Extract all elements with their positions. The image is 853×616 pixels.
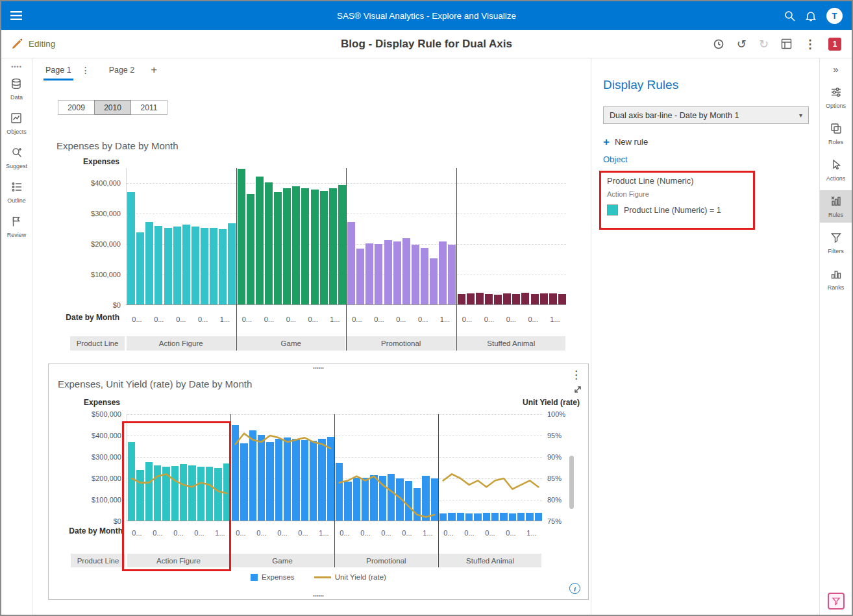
- sidebar-item-data[interactable]: Data: [10, 78, 23, 101]
- display-rule-item[interactable]: Product Line (Numeric) Action Figure Pro…: [603, 176, 809, 216]
- rail-grip-icon[interactable]: ••••: [11, 64, 22, 70]
- drag-handle-icon[interactable]: ••••••: [313, 593, 324, 598]
- object-section-link[interactable]: Object: [603, 154, 809, 164]
- refresh-icon[interactable]: [713, 38, 724, 50]
- rail-item-filters[interactable]: Filters: [820, 227, 852, 259]
- add-page-button[interactable]: +: [151, 64, 157, 77]
- bar[interactable]: [265, 182, 273, 304]
- info-icon[interactable]: i: [569, 583, 580, 594]
- bar[interactable]: [182, 225, 190, 304]
- bar[interactable]: [338, 185, 346, 304]
- y2-axis-tick: 95%: [547, 432, 577, 439]
- bar[interactable]: [164, 228, 172, 304]
- bar[interactable]: [467, 293, 475, 304]
- hamburger-menu-icon[interactable]: [10, 11, 22, 20]
- bar[interactable]: [283, 188, 291, 304]
- sidebar-item-objects[interactable]: Objects: [6, 112, 27, 135]
- alert-badge[interactable]: 1: [828, 38, 841, 51]
- bar[interactable]: [228, 223, 236, 304]
- bar[interactable]: [256, 177, 264, 304]
- object-selector-dropdown[interactable]: Dual axis bar-line - Date by Month 1 ▾: [603, 106, 809, 124]
- bar[interactable]: [402, 238, 410, 304]
- year-button-2009[interactable]: 2009: [58, 100, 95, 115]
- filter-indicator-icon[interactable]: [828, 593, 845, 610]
- bar[interactable]: [356, 249, 364, 304]
- sidebar-item-outline[interactable]: Outline: [7, 181, 26, 204]
- bar[interactable]: [393, 241, 401, 305]
- x-axis-tick: 0...: [348, 315, 366, 323]
- bar[interactable]: [458, 294, 465, 304]
- page-menu-kebab-icon[interactable]: ⋮: [80, 65, 92, 75]
- bar[interactable]: [329, 188, 337, 304]
- group-separator: [456, 168, 457, 351]
- bar[interactable]: [558, 294, 566, 304]
- chart-kebab-icon[interactable]: ⋮: [571, 368, 582, 382]
- bar[interactable]: [136, 232, 144, 304]
- bar[interactable]: [274, 192, 282, 304]
- bar[interactable]: [494, 295, 502, 305]
- rule-color-swatch[interactable]: [607, 204, 618, 216]
- bar[interactable]: [439, 241, 447, 305]
- sidebar-item-review[interactable]: Review: [7, 216, 27, 238]
- bar[interactable]: [320, 191, 328, 304]
- bar[interactable]: [375, 244, 382, 304]
- bar[interactable]: [192, 227, 199, 305]
- bar[interactable]: [549, 293, 557, 304]
- x-axis-tick: 0...: [232, 529, 250, 537]
- user-avatar[interactable]: T: [826, 8, 843, 24]
- edit-pencil-icon[interactable]: [10, 38, 23, 51]
- collapse-panel-icon[interactable]: »: [833, 64, 838, 75]
- bar[interactable]: [512, 294, 520, 304]
- year-button-2011[interactable]: 2011: [130, 100, 167, 115]
- group-band-cell: Promotional: [347, 336, 456, 351]
- bar[interactable]: [210, 228, 217, 304]
- canvas-scrollbar-thumb[interactable]: [569, 456, 574, 509]
- panel-title: Display Rules: [603, 78, 809, 92]
- chart-title: Expenses by Date by Month: [56, 140, 179, 151]
- bar[interactable]: [247, 194, 254, 304]
- kebab-menu-icon[interactable]: ⋮: [804, 38, 816, 50]
- rail-item-ranks[interactable]: Ranks: [820, 263, 852, 295]
- redo-icon[interactable]: ↻: [759, 38, 769, 50]
- undo-icon[interactable]: ↺: [737, 38, 747, 50]
- bar[interactable]: [384, 240, 392, 304]
- bar[interactable]: [365, 243, 373, 304]
- bar[interactable]: [127, 192, 135, 304]
- bar-chart-expenses[interactable]: Expenses by Date by Month Expenses Date …: [56, 138, 571, 356]
- bar[interactable]: [173, 227, 181, 304]
- save-icon[interactable]: [781, 38, 792, 49]
- bar[interactable]: [503, 293, 511, 304]
- bar[interactable]: [430, 258, 438, 304]
- drag-handle-icon[interactable]: ••••••: [313, 365, 324, 371]
- bar[interactable]: [238, 169, 245, 304]
- sidebar-item-suggest[interactable]: Suggest: [6, 147, 27, 169]
- bar[interactable]: [540, 293, 548, 304]
- bar[interactable]: [201, 228, 208, 304]
- rail-item-roles[interactable]: Roles: [820, 117, 852, 150]
- rail-item-options[interactable]: Options: [820, 81, 852, 114]
- bar[interactable]: [347, 222, 355, 304]
- bar[interactable]: [155, 226, 162, 304]
- bar[interactable]: [311, 190, 319, 304]
- bar[interactable]: [301, 188, 309, 304]
- notifications-bell-icon[interactable]: [806, 10, 816, 21]
- bar[interactable]: [292, 186, 300, 304]
- bar[interactable]: [412, 245, 419, 304]
- rail-item-rules[interactable]: Rules: [820, 190, 852, 223]
- bar[interactable]: [521, 293, 529, 304]
- bar[interactable]: [145, 222, 153, 305]
- rail-item-actions[interactable]: Actions: [820, 154, 852, 186]
- tab-page-1[interactable]: Page 1: [43, 60, 73, 80]
- dual-axis-bar-line-chart[interactable]: •••••• ⋮ Expenses, Unit Yield (rate) by …: [48, 363, 589, 600]
- tab-page-2[interactable]: Page 2: [107, 60, 137, 80]
- bar[interactable]: [421, 248, 428, 304]
- bar[interactable]: [476, 293, 484, 304]
- new-rule-button[interactable]: + New rule: [603, 136, 809, 147]
- expand-icon[interactable]: [573, 385, 582, 394]
- year-button-2010[interactable]: 2010: [94, 100, 131, 115]
- bar[interactable]: [531, 294, 539, 304]
- bar[interactable]: [219, 229, 227, 304]
- search-icon[interactable]: [784, 10, 795, 21]
- bar[interactable]: [485, 294, 493, 304]
- bar[interactable]: [448, 245, 456, 304]
